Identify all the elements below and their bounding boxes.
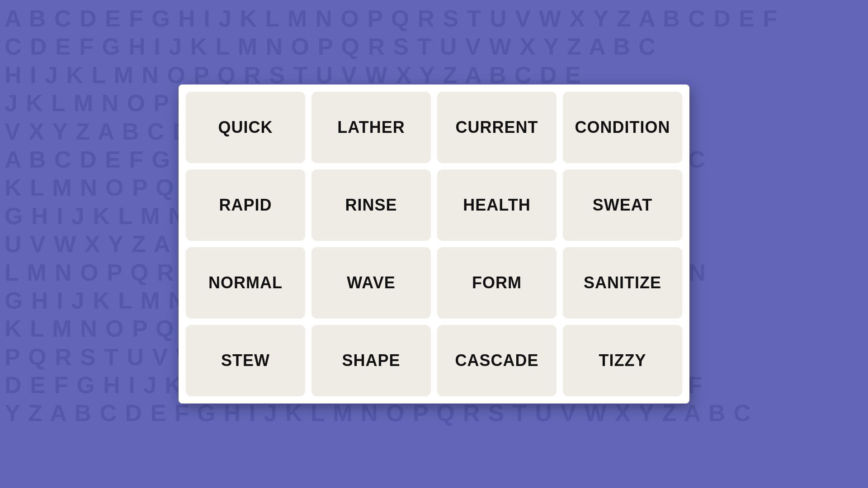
card-label-10: WAVE xyxy=(347,273,395,292)
card-grid: QUICKLATHERCURRENTCONDITIONRAPIDRINSEHEA… xyxy=(186,92,682,396)
card-label-6: RINSE xyxy=(345,196,397,215)
card-7[interactable]: HEALTH xyxy=(437,169,557,241)
card-label-1: QUICK xyxy=(218,118,273,137)
card-label-7: HEALTH xyxy=(463,196,530,215)
card-3[interactable]: CURRENT xyxy=(437,92,557,163)
card-label-3: CURRENT xyxy=(456,118,538,137)
card-label-11: FORM xyxy=(472,273,522,292)
card-label-4: CONDITION xyxy=(575,118,670,137)
card-10[interactable]: WAVE xyxy=(311,247,431,319)
card-9[interactable]: NORMAL xyxy=(186,247,305,319)
card-label-9: NORMAL xyxy=(208,273,283,292)
card-label-5: RAPID xyxy=(219,196,272,215)
card-6[interactable]: RINSE xyxy=(311,169,431,241)
card-label-15: CASCADE xyxy=(455,351,538,370)
card-label-2: LATHER xyxy=(337,118,405,137)
card-label-14: SHAPE xyxy=(342,351,400,370)
card-4[interactable]: CONDITION xyxy=(563,92,682,163)
card-15[interactable]: CASCADE xyxy=(437,325,557,396)
card-label-12: SANITIZE xyxy=(584,273,661,292)
card-1[interactable]: QUICK xyxy=(186,92,305,163)
card-13[interactable]: STEW xyxy=(186,325,305,396)
card-14[interactable]: SHAPE xyxy=(311,325,431,396)
card-16[interactable]: TIZZY xyxy=(563,325,682,396)
card-label-16: TIZZY xyxy=(599,351,646,370)
card-8[interactable]: SWEAT xyxy=(563,169,682,241)
card-5[interactable]: RAPID xyxy=(186,169,305,241)
card-2[interactable]: LATHER xyxy=(311,92,431,163)
card-grid-container: QUICKLATHERCURRENTCONDITIONRAPIDRINSEHEA… xyxy=(179,84,689,404)
card-label-8: SWEAT xyxy=(593,196,652,215)
card-label-13: STEW xyxy=(221,351,270,370)
card-12[interactable]: SANITIZE xyxy=(563,247,682,319)
card-11[interactable]: FORM xyxy=(437,247,557,319)
